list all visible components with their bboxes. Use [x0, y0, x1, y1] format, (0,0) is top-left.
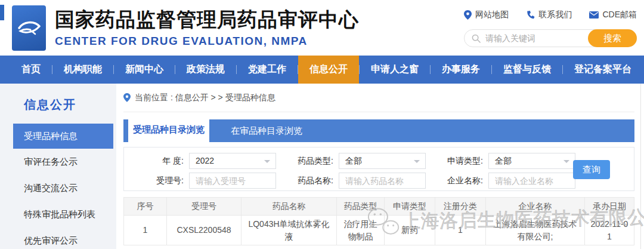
apply-type-select[interactable]: 全部: [488, 153, 575, 169]
nav-item-services[interactable]: 办事服务: [431, 56, 491, 84]
site-title: 国家药品监督管理局药品审评中心: [55, 8, 359, 31]
table-row: 1 CXSL2200548 LQ043H单域抗体雾化液 治疗用生物制品 新药 1…: [124, 216, 634, 245]
brand-block: 国家药品监督管理局药品审评中心 CENTER FOR DRUG EVALUATI…: [12, 5, 359, 51]
col-header-accept-no: 受理号: [167, 198, 242, 216]
drug-name-input[interactable]: [339, 173, 426, 189]
cell-company: 上海洛启生物医药技术有限公司;: [486, 216, 585, 245]
main-content: 当前位置 : 信息公开 > > 受理品种信息 受理品种目录浏览 在审品种目录浏览…: [116, 84, 641, 249]
mail-icon: [589, 11, 599, 19]
nav-item-party[interactable]: 党建工作: [237, 56, 298, 84]
sitemap-link[interactable]: 网站地图: [464, 10, 509, 20]
col-header-drug-name: 药品名称: [242, 198, 337, 216]
corner-decoration: [0, 5, 4, 20]
breadcrumb: 当前位置 : 信息公开 > > 受理品种信息: [123, 84, 634, 112]
col-header-reg-class: 注册分类: [435, 198, 486, 216]
col-header-seq: 序号: [124, 198, 167, 216]
apply-type-label: 申请类型:: [441, 156, 483, 167]
cde-logo: [12, 5, 46, 51]
year-label: 年 度:: [142, 156, 184, 167]
apply-type-value: 全部: [495, 156, 512, 165]
table-header-row: 序号 受理号 药品名称 药品类型 申请类型 注册分类 企业名称 承办日期: [124, 198, 634, 216]
year-value: 2022: [196, 156, 214, 165]
site-header: 国家药品监督管理局药品审评中心 CENTER FOR DRUG EVALUATI…: [0, 0, 644, 56]
search-button[interactable]: 搜索: [588, 29, 637, 47]
cde-mail-link[interactable]: CDE邮箱: [589, 10, 637, 20]
nav-item-functions[interactable]: 机构职能: [52, 56, 113, 84]
col-header-company: 企业名称: [486, 198, 585, 216]
nav-item-news[interactable]: 新闻中心: [114, 56, 175, 84]
fish-logo-icon: [16, 15, 42, 41]
tab-accepted-catalog[interactable]: 受理品种目录浏览: [128, 118, 209, 142]
company-filter: 企业名称:: [441, 173, 575, 189]
map-pin-icon: [464, 10, 472, 20]
query-button[interactable]: 查询: [573, 160, 610, 179]
cell-drug-name: LQ043H单域抗体雾化液: [242, 216, 337, 245]
drug-type-filter: 药品类型: 全部: [292, 153, 426, 169]
contact-link[interactable]: 联系我们: [526, 10, 572, 20]
cell-accept-no: CXSL2200548: [167, 216, 242, 245]
nav-item-applicant-window[interactable]: 申请人之窗: [360, 56, 430, 84]
contact-label: 联系我们: [538, 10, 572, 20]
company-input[interactable]: [488, 173, 575, 189]
nav-item-home[interactable]: 首页: [10, 56, 52, 84]
main-nav: 首页 机构职能 新闻中心 政策法规 党建工作 信息公开 申请人之窗 办事服务 监…: [0, 56, 644, 84]
company-label: 企业名称:: [441, 176, 483, 186]
chevron-down-icon: [564, 160, 569, 163]
nav-item-registration-platform[interactable]: 登记备案平台: [563, 56, 643, 84]
tab-under-review-catalog[interactable]: 在审品种目录浏览: [218, 119, 315, 142]
sidebar-item-review-tasks[interactable]: 审评任务公示: [13, 149, 113, 175]
accept-no-input[interactable]: [189, 173, 276, 189]
filter-panel: 年 度: 2022 药品类型: 全部 申请类型: 全部 受理号:: [123, 147, 634, 191]
header-right: 网站地图 联系我们 CDE邮箱 搜索: [464, 10, 637, 47]
nav-item-info-disclosure[interactable]: 信息公开: [298, 56, 359, 84]
location-pin-icon: [123, 93, 131, 102]
sidebar: 信息公开 受理品种信息 审评任务公示 沟通交流公示 特殊审批品种列表 优先审评公…: [0, 84, 116, 249]
page-body: 信息公开 受理品种信息 审评任务公示 沟通交流公示 特殊审批品种列表 优先审评公…: [0, 84, 644, 249]
sidebar-title: 信息公开: [24, 97, 116, 113]
cell-reg-class: 1: [435, 216, 486, 245]
cde-website-page: 国家药品监督管理局药品审评中心 CENTER FOR DRUG EVALUATI…: [0, 0, 644, 249]
drug-type-value: 全部: [345, 156, 362, 165]
filter-row-1: 年 度: 2022 药品类型: 全部 申请类型: 全部: [124, 153, 634, 169]
nav-item-policy[interactable]: 政策法规: [175, 56, 236, 84]
nav-item-supervision[interactable]: 监督与反馈: [492, 56, 562, 84]
apply-type-filter: 申请类型: 全部: [441, 153, 575, 169]
drug-name-label: 药品名称:: [292, 176, 333, 186]
site-subtitle: CENTER FOR DRUG EVALUATION, NMPA: [55, 35, 359, 48]
col-header-apply-type: 申请类型: [385, 198, 435, 216]
col-header-drug-type: 药品类型: [337, 198, 385, 216]
results-table: 序号 受理号 药品名称 药品类型 申请类型 注册分类 企业名称 承办日期 1 C…: [123, 197, 634, 245]
drug-name-filter: 药品名称:: [292, 173, 426, 189]
sidebar-item-accepted-varieties[interactable]: 受理品种信息: [13, 124, 113, 149]
cell-date: 2022-11-01: [585, 216, 634, 245]
sidebar-item-special-approval[interactable]: 特殊审批品种列表: [13, 201, 113, 228]
search-icon: [472, 34, 481, 43]
accept-no-filter: 受理号:: [142, 173, 276, 189]
phone-icon: [526, 11, 535, 20]
breadcrumb-text: 当前位置 : 信息公开 > > 受理品种信息: [135, 93, 275, 103]
cell-drug-type: 治疗用生物制品: [337, 216, 385, 245]
drug-type-select[interactable]: 全部: [339, 153, 426, 169]
sidebar-menu: 受理品种信息 审评任务公示 沟通交流公示 特殊审批品种列表 优先审评公示: [13, 124, 113, 249]
chevron-down-icon: [414, 160, 420, 163]
year-select[interactable]: 2022: [189, 153, 276, 169]
chevron-down-icon: [264, 160, 270, 163]
cde-mail-label: CDE邮箱: [602, 10, 637, 20]
cell-apply-type: 新药: [385, 216, 435, 245]
sidebar-item-communication[interactable]: 沟通交流公示: [13, 175, 113, 201]
accept-no-label: 受理号:: [142, 176, 184, 186]
quick-links: 网站地图 联系我们 CDE邮箱: [464, 10, 637, 20]
year-filter: 年 度: 2022: [142, 153, 276, 169]
sitemap-label: 网站地图: [475, 10, 509, 20]
drug-type-label: 药品类型:: [292, 156, 333, 167]
col-header-date: 承办日期: [585, 198, 634, 216]
search-input[interactable]: [485, 33, 575, 43]
catalog-tabs: 受理品种目录浏览 在审品种目录浏览: [123, 119, 634, 142]
cell-seq: 1: [124, 216, 167, 245]
sidebar-item-priority-review[interactable]: 优先审评公示: [13, 228, 113, 249]
filter-row-2: 受理号: 药品名称: 企业名称:: [124, 173, 634, 189]
title-block: 国家药品监督管理局药品审评中心 CENTER FOR DRUG EVALUATI…: [55, 5, 359, 51]
search-area: 搜索: [464, 29, 637, 47]
